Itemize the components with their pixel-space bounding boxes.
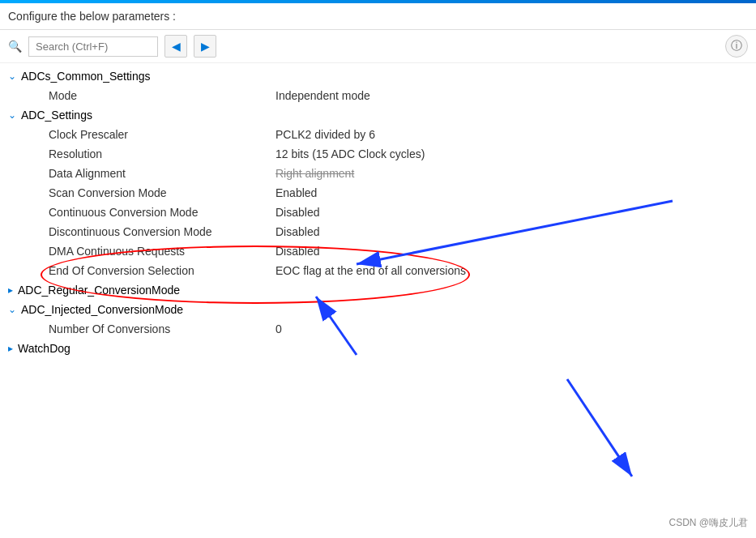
chevron-icon: ⌄ bbox=[8, 304, 16, 315]
param-row-scan-conversion: Scan Conversion Mode Enabled bbox=[0, 183, 756, 203]
section-label: ADC_Settings bbox=[21, 109, 92, 122]
search-input[interactable] bbox=[28, 36, 158, 57]
section-adc-common-settings[interactable]: ⌄ ADCs_Common_Settings bbox=[0, 66, 756, 86]
param-value: Disabled bbox=[275, 206, 319, 219]
param-value: Enabled bbox=[275, 186, 317, 199]
section-adc-settings[interactable]: ⌄ ADC_Settings bbox=[0, 105, 756, 125]
param-name: Number Of Conversions bbox=[49, 322, 275, 335]
param-name: Scan Conversion Mode bbox=[49, 186, 275, 199]
next-button[interactable]: ▶ bbox=[194, 35, 216, 58]
param-list: ⌄ ADCs_Common_Settings Mode Independent … bbox=[0, 63, 756, 361]
search-icon: 🔍 bbox=[8, 40, 22, 53]
param-value: PCLK2 divided by 6 bbox=[275, 128, 375, 141]
section-label: ADCs_Common_Settings bbox=[21, 70, 151, 83]
param-value: 0 bbox=[275, 322, 282, 335]
section-adc-injected[interactable]: ⌄ ADC_Injected_ConversionMode bbox=[0, 300, 756, 319]
param-value: Right alignment bbox=[275, 167, 354, 180]
chevron-right-icon: ▸ bbox=[8, 284, 13, 296]
param-value: Disabled bbox=[275, 225, 319, 238]
param-name: Continuous Conversion Mode bbox=[49, 206, 275, 219]
section-adc-regular[interactable]: ▸ ADC_Regular_ConversionMode bbox=[0, 280, 756, 300]
section-label: WatchDog bbox=[18, 342, 70, 355]
param-row: Mode Independent mode bbox=[0, 86, 756, 105]
param-row-eoc: End Of Conversion Selection EOC flag at … bbox=[0, 261, 756, 280]
param-name: Data Alignment bbox=[49, 167, 275, 180]
param-row-continuous-conversion: Continuous Conversion Mode Disabled bbox=[0, 203, 756, 222]
watermark: CSDN @嗨皮儿君 bbox=[668, 516, 748, 530]
param-row-data-alignment: Data Alignment Right alignment bbox=[0, 164, 756, 183]
param-value: Disabled bbox=[275, 245, 319, 258]
chevron-icon: ⌄ bbox=[8, 109, 16, 121]
param-name: Clock Prescaler bbox=[49, 128, 275, 141]
info-button[interactable]: ⓘ bbox=[725, 35, 748, 58]
param-name: End Of Conversion Selection bbox=[49, 264, 275, 277]
param-value: Independent mode bbox=[275, 89, 370, 102]
config-header: Configure the below parameters : bbox=[0, 3, 756, 30]
chevron-icon: ⌄ bbox=[8, 70, 16, 82]
param-value: EOC flag at the end of all conversions bbox=[275, 264, 466, 277]
config-label: Configure the below parameters : bbox=[8, 10, 176, 23]
param-row-discontinuous: Discontinuous Conversion Mode Disabled bbox=[0, 222, 756, 241]
param-row-dma: DMA Continuous Requests Disabled bbox=[0, 241, 756, 261]
prev-button[interactable]: ◀ bbox=[164, 35, 187, 58]
param-name: Mode bbox=[49, 89, 275, 102]
search-bar: 🔍 ◀ ▶ ⓘ bbox=[0, 30, 756, 63]
param-name: DMA Continuous Requests bbox=[49, 245, 275, 258]
param-name: Discontinuous Conversion Mode bbox=[49, 225, 275, 238]
section-label: ADC_Injected_ConversionMode bbox=[21, 303, 183, 316]
param-row-num-conversions: Number Of Conversions 0 bbox=[0, 319, 756, 339]
section-label: ADC_Regular_ConversionMode bbox=[18, 284, 180, 297]
chevron-right-icon: ▸ bbox=[8, 343, 13, 354]
param-row-clock: Clock Prescaler PCLK2 divided by 6 bbox=[0, 125, 756, 144]
svg-line-5 bbox=[567, 379, 632, 476]
param-row-resolution: Resolution 12 bits (15 ADC Clock cycles) bbox=[0, 144, 756, 164]
section-watchdog[interactable]: ▸ WatchDog bbox=[0, 339, 756, 358]
param-name: Resolution bbox=[49, 147, 275, 160]
param-value: 12 bits (15 ADC Clock cycles) bbox=[275, 147, 425, 160]
